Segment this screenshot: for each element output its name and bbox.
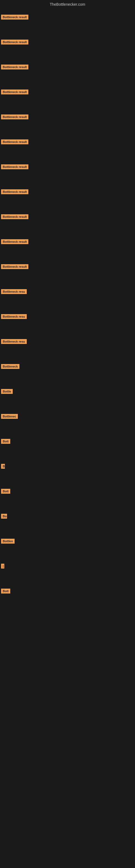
bottleneck-result-label: Bottle	[1, 389, 13, 394]
bottleneck-result-label: Bottleneck result	[1, 115, 28, 119]
list-item: Bottleneck	[0, 361, 135, 372]
list-item: Bott	[0, 486, 135, 497]
bottleneck-result-label: Bottleneck result	[1, 164, 28, 169]
bottleneck-result-label: Bottleneck result	[1, 90, 28, 94]
bottleneck-result-label: Bottleneck result	[1, 239, 28, 244]
list-item: Bottlenec	[0, 411, 135, 422]
bottleneck-result-label: Bott	[1, 439, 10, 444]
list-item: Bottleneck result	[0, 261, 135, 272]
list-item: Bottlen	[0, 535, 135, 547]
bottleneck-result-label: Bottleneck resu	[1, 339, 27, 344]
list-item: |	[0, 560, 135, 572]
bottleneck-result-label: |	[1, 564, 4, 568]
bottleneck-result-label: Bottleneck result	[1, 40, 28, 44]
bottleneck-result-label: Bott	[1, 489, 10, 494]
results-list: Bottleneck resultBottleneck resultBottle…	[0, 11, 135, 597]
list-item: Bottleneck result	[0, 161, 135, 173]
bottleneck-result-label: Bottleneck resu	[1, 289, 27, 294]
list-item: Bottleneck result	[0, 61, 135, 73]
list-item: Bottleneck result	[0, 11, 135, 23]
list-item: Bottleneck result	[0, 136, 135, 148]
bottleneck-result-label: Bottlen	[1, 539, 14, 544]
bottleneck-result-label: Bottleneck	[1, 364, 19, 369]
bottleneck-result-label: Bo	[1, 514, 7, 519]
bottleneck-result-label: Bottleneck result	[1, 140, 28, 144]
list-item: Bottleneck result	[0, 36, 135, 48]
list-item: Bottle	[0, 386, 135, 397]
list-item: Bottleneck resu	[0, 336, 135, 347]
bottleneck-result-label: Bottleneck result	[1, 214, 28, 219]
bottleneck-result-label: Bott	[1, 589, 10, 593]
list-item: Bottleneck resu	[0, 311, 135, 322]
list-item: Bottleneck result	[0, 236, 135, 247]
bottleneck-result-label: Bottleneck result	[1, 65, 28, 69]
list-item: B	[0, 461, 135, 472]
bottleneck-result-label: Bottleneck result	[1, 189, 28, 194]
list-item: Bott	[0, 585, 135, 597]
list-item: Bottleneck result	[0, 186, 135, 197]
list-item: Bottleneck resu	[0, 286, 135, 297]
site-title: TheBottlenecker.com	[0, 0, 135, 9]
bottleneck-result-label: Bottleneck result	[1, 264, 28, 269]
bottleneck-result-label: Bottlenec	[1, 414, 18, 419]
bottleneck-result-label: B	[1, 464, 5, 469]
bottleneck-result-label: Bottleneck resu	[1, 314, 27, 319]
list-item: Bottleneck result	[0, 86, 135, 98]
list-item: Bo	[0, 510, 135, 522]
bottleneck-result-label: Bottleneck result	[1, 14, 28, 20]
list-item: Bottleneck result	[0, 211, 135, 222]
list-item: Bott	[0, 436, 135, 447]
list-item: Bottleneck result	[0, 111, 135, 123]
